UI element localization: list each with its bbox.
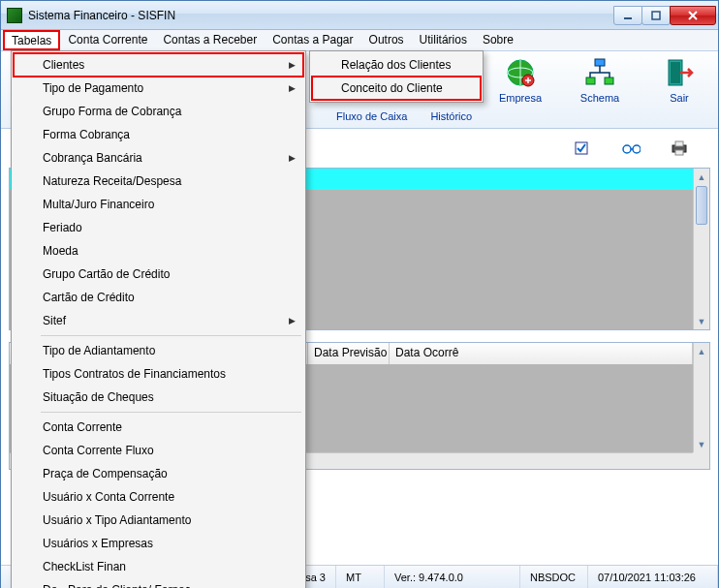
menu-item-label: Clientes bbox=[43, 58, 84, 72]
menu-item-sitef[interactable]: Sitef bbox=[14, 309, 303, 332]
svg-point-12 bbox=[633, 145, 641, 153]
title-bar: Sistema Financeiro - SISFIN bbox=[1, 1, 718, 30]
menu-item-label: Tipo de Adiantamento bbox=[43, 344, 155, 357]
menu-item-label: Forma Cobrança bbox=[43, 128, 130, 141]
toolbar-schema[interactable]: Schema bbox=[569, 55, 631, 104]
menu-item-label: Moeda bbox=[43, 244, 78, 258]
menu-item-label: Usuários x Empresas bbox=[43, 537, 153, 550]
grid1-vscrollbar[interactable]: ▲ ▼ bbox=[693, 169, 709, 329]
grid2-col-data-ocorre[interactable]: Data Ocorrê bbox=[390, 343, 693, 364]
toolbar-empresa[interactable]: Empresa bbox=[489, 55, 551, 104]
menu-item-tipos-contratos-financiamentos[interactable]: Tipos Contratos de Financiamentos bbox=[14, 362, 303, 386]
menu-item-label: Conta Corrente Fluxo bbox=[43, 444, 154, 457]
glasses-icon[interactable] bbox=[621, 139, 641, 157]
status-db: NBSDOC bbox=[520, 566, 588, 588]
status-datetime: 07/10/2021 11:03:26 bbox=[588, 566, 718, 588]
menu-contas-a-receber[interactable]: Contas a Receber bbox=[155, 30, 265, 50]
menu-item-praca-compensacao[interactable]: Praça de Compensação bbox=[14, 462, 303, 485]
toolbar-left-labels: Fluxo de Caixa Histórico bbox=[336, 110, 472, 122]
printer-icon[interactable] bbox=[670, 139, 689, 157]
menu-item-tipo-adiantamento[interactable]: Tipo de Adiantamento bbox=[14, 339, 303, 362]
toolbar-sair-label: Sair bbox=[648, 92, 710, 104]
maximize-button[interactable] bbox=[641, 6, 671, 25]
menu-item-label: Conta Corrente bbox=[43, 420, 122, 434]
menu-item-grupo-forma-cobranca[interactable]: Grupo Forma de Cobrança bbox=[14, 100, 303, 123]
menu-item-conta-corrente-fluxo[interactable]: Conta Corrente Fluxo bbox=[14, 439, 303, 462]
menu-item-multa-juro[interactable]: Multa/Juro Financeiro bbox=[14, 193, 303, 216]
menu-item-label: Usuário x Conta Corrente bbox=[43, 490, 174, 504]
grid2-scroll-corner bbox=[693, 452, 709, 469]
menu-item-usuarios-empresas[interactable]: Usuários x Empresas bbox=[14, 532, 303, 555]
menu-item-cobranca-bancaria[interactable]: Cobrança Bancária bbox=[14, 146, 303, 170]
checkbox-icon[interactable] bbox=[573, 139, 592, 157]
menu-item-situacao-cheques[interactable]: Situação de Cheques bbox=[14, 386, 303, 409]
menu-item-label: Relação dos Clientes bbox=[341, 58, 451, 72]
menu-item-label: Sitef bbox=[43, 314, 66, 327]
menu-item-tipo-pagamento[interactable]: Tipo de Pagamento bbox=[14, 77, 303, 100]
menu-item-label: Cobrança Bancária bbox=[43, 151, 142, 165]
menu-item-moeda[interactable]: Moeda bbox=[14, 239, 303, 263]
status-version: Ver.: 9.474.0.0 bbox=[385, 566, 520, 588]
svg-rect-7 bbox=[605, 77, 613, 84]
menu-item-label: Multa/Juro Financeiro bbox=[43, 198, 154, 211]
schema-icon bbox=[582, 55, 617, 90]
menu-item-label: De - Para de Cliente/ Fornec. bbox=[43, 583, 194, 588]
toolbar-sair[interactable]: Sair bbox=[648, 55, 710, 104]
toolbar-schema-label: Schema bbox=[569, 92, 631, 104]
menu-item-label: Natureza Receita/Despesa bbox=[43, 174, 181, 188]
menu-item-checklist-finan[interactable]: CheckList Finan bbox=[14, 555, 303, 578]
menu-utilitarios[interactable]: Utilitários bbox=[412, 30, 475, 50]
menu-separator bbox=[41, 412, 301, 413]
close-button[interactable] bbox=[670, 6, 716, 25]
scroll-thumb[interactable] bbox=[696, 186, 707, 225]
scroll-up-icon[interactable]: ▲ bbox=[694, 169, 709, 185]
menu-conta-corrente[interactable]: Conta Corrente bbox=[60, 30, 155, 50]
status-uf: MT bbox=[336, 566, 385, 588]
menu-item-clientes[interactable]: Clientes bbox=[14, 53, 303, 77]
svg-rect-15 bbox=[675, 150, 683, 155]
menu-item-label: Conceito do Cliente bbox=[341, 81, 443, 95]
menu-bar: Tabelas Conta Corrente Contas a Receber … bbox=[1, 30, 718, 51]
tabelas-dropdown: Clientes Tipo de Pagamento Grupo Forma d… bbox=[11, 50, 306, 588]
menu-item-label: CheckList Finan bbox=[43, 560, 126, 573]
label-historico[interactable]: Histórico bbox=[430, 110, 472, 122]
menu-item-grupo-cartao[interactable]: Grupo Cartão de Crédito bbox=[14, 263, 303, 286]
menu-outros[interactable]: Outros bbox=[361, 30, 412, 50]
menu-item-cartao-credito[interactable]: Cartão de Crédito bbox=[14, 286, 303, 309]
svg-rect-14 bbox=[675, 141, 683, 146]
submenu-conceito-cliente[interactable]: Conceito do Cliente bbox=[312, 77, 481, 100]
scroll-down-icon[interactable]: ▼ bbox=[694, 313, 709, 329]
label-fluxo-de-caixa[interactable]: Fluxo de Caixa bbox=[336, 110, 407, 122]
menu-item-conta-corrente[interactable]: Conta Corrente bbox=[14, 416, 303, 439]
menu-item-natureza-receita-despesa[interactable]: Natureza Receita/Despesa bbox=[14, 170, 303, 193]
svg-rect-6 bbox=[586, 77, 595, 84]
app-icon bbox=[7, 8, 22, 23]
menu-sobre[interactable]: Sobre bbox=[475, 30, 521, 50]
minimize-button[interactable] bbox=[613, 6, 642, 25]
toolbar-empresa-label: Empresa bbox=[489, 92, 551, 104]
menu-item-usuario-tipo-adiantamento[interactable]: Usuário x Tipo Adiantamento bbox=[14, 509, 303, 532]
menu-contas-a-pagar[interactable]: Contas a Pagar bbox=[265, 30, 360, 50]
scroll-up-icon[interactable]: ▲ bbox=[694, 343, 709, 359]
menu-item-label: Grupo Cartão de Crédito bbox=[43, 267, 170, 281]
menu-item-de-para-cliente-fornec[interactable]: De - Para de Cliente/ Fornec. bbox=[14, 578, 303, 588]
menu-item-forma-cobranca[interactable]: Forma Cobrança bbox=[14, 123, 303, 146]
menu-tabelas[interactable]: Tabelas bbox=[3, 30, 60, 50]
menu-item-label: Tipos Contratos de Financiamentos bbox=[43, 367, 226, 381]
submenu-relacao-clientes[interactable]: Relação dos Clientes bbox=[312, 53, 481, 77]
svg-rect-0 bbox=[624, 17, 632, 19]
globe-icon bbox=[503, 55, 538, 90]
menu-item-usuario-conta-corrente[interactable]: Usuário x Conta Corrente bbox=[14, 485, 303, 509]
grid2-vscrollbar[interactable]: ▲ ▼ bbox=[693, 343, 709, 452]
grid2-col-data-previsao[interactable]: Data Previsão bbox=[308, 343, 390, 364]
menu-item-label: Grupo Forma de Cobrança bbox=[43, 105, 181, 118]
menu-item-label: Praça de Compensação bbox=[43, 467, 168, 480]
menu-separator bbox=[41, 335, 301, 336]
scroll-down-icon[interactable]: ▼ bbox=[694, 436, 709, 452]
exit-icon bbox=[662, 55, 697, 90]
window-buttons bbox=[614, 6, 716, 25]
menu-item-feriado[interactable]: Feriado bbox=[14, 216, 303, 239]
svg-rect-5 bbox=[595, 59, 605, 66]
window-title: Sistema Financeiro - SISFIN bbox=[28, 9, 614, 22]
svg-point-11 bbox=[623, 145, 631, 153]
